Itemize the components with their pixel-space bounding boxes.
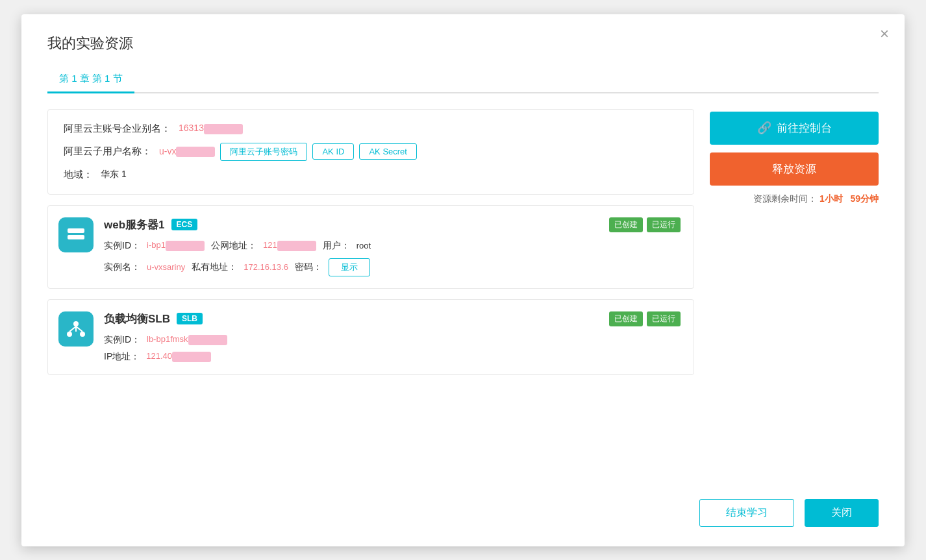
svg-line-8 <box>76 326 82 332</box>
ecs-instance-id-value: i-bp1 <box>147 240 205 251</box>
time-remaining: 资源剩余时间： 1小时 59分钟 <box>710 193 879 205</box>
ecs-user-label: 用户： <box>323 240 350 252</box>
content-area: 阿里云主账号企业别名： 16313 阿里云子用户名称： u-vx 阿里云子账号密… <box>47 109 879 385</box>
ecs-public-ip-label: 公网地址： <box>211 240 257 252</box>
close-icon[interactable]: × <box>880 26 889 42</box>
ecs-show-password-btn[interactable]: 显示 <box>329 258 370 276</box>
slb-instance-id-label: 实例ID： <box>104 334 140 346</box>
time-minutes: 59分钟 <box>850 193 879 204</box>
ecs-icon-svg <box>66 225 86 245</box>
slb-badge: SLB <box>177 313 203 324</box>
link-icon: 🔗 <box>757 121 771 135</box>
tabs-bar: 第 1 章 第 1 节 <box>47 66 879 93</box>
slb-body: 负载均衡SLB SLB 已创建 已运行 实例ID： lb-bp1fmsk IP地… <box>104 311 681 363</box>
dialog-title: 我的实验资源 <box>47 34 879 53</box>
username-label: 阿里云子用户名称： <box>64 145 151 158</box>
ecs-status-created: 已创建 <box>609 217 643 232</box>
ecs-status-running: 已运行 <box>647 217 681 232</box>
enterprise-alias-label: 阿里云主账号企业别名： <box>64 123 171 135</box>
ecs-user-value: root <box>357 241 371 250</box>
slb-resource-card: 负载均衡SLB SLB 已创建 已运行 实例ID： lb-bp1fmsk IP地… <box>47 299 694 375</box>
slb-title-row: 负载均衡SLB SLB 已创建 已运行 <box>104 311 681 326</box>
ecs-badge: ECS <box>171 219 198 230</box>
footer-bar: 结束学习 关闭 <box>699 499 879 527</box>
region-label: 地域： <box>64 169 93 181</box>
ecs-public-ip-value: 121 <box>263 240 316 251</box>
btn-release-resource[interactable]: 释放资源 <box>710 152 879 186</box>
svg-point-2 <box>81 230 83 232</box>
region-row: 地域： 华东 1 <box>64 169 678 181</box>
dialog: 我的实验资源 × 第 1 章 第 1 节 阿里云主账号企业别名： 16313 阿… <box>21 14 905 546</box>
region-value: 华东 1 <box>101 169 127 180</box>
enterprise-alias-value: 16313 <box>179 123 243 134</box>
username-row: 阿里云子用户名称： u-vx 阿里云子账号密码 AK ID AK Secret <box>64 143 678 161</box>
btn-ak-id[interactable]: AK ID <box>312 143 354 160</box>
slb-icon-svg <box>66 319 86 339</box>
slb-icon <box>58 311 94 347</box>
ecs-icon <box>58 217 94 252</box>
left-panel: 阿里云主账号企业别名： 16313 阿里云子用户名称： u-vx 阿里云子账号密… <box>47 109 694 385</box>
slb-name: 负载均衡SLB <box>104 311 170 326</box>
tab-chapter1[interactable]: 第 1 章 第 1 节 <box>47 66 134 93</box>
ecs-instance-name-label: 实例名： <box>104 262 140 273</box>
slb-ip-label: IP地址： <box>104 351 140 363</box>
slb-status-badges: 已创建 已运行 <box>609 311 681 326</box>
time-hours: 1小时 <box>820 193 843 204</box>
ecs-name: web服务器1 <box>104 217 165 232</box>
ecs-status-badges: 已创建 已运行 <box>609 217 681 232</box>
btn-goto-console[interactable]: 🔗 前往控制台 <box>710 112 879 145</box>
ecs-instance-name-value: u-vxsariny <box>147 262 185 272</box>
btn-sub-account-password[interactable]: 阿里云子账号密码 <box>220 143 307 161</box>
slb-instance-id-value: lb-bp1fmsk <box>147 334 227 345</box>
btn-goto-console-label: 前往控制台 <box>777 121 832 136</box>
svg-point-6 <box>80 332 85 337</box>
blurred-enterprise-alias <box>204 124 243 134</box>
slb-ip-value: 121.40 <box>146 351 211 362</box>
right-panel: 🔗 前往控制台 释放资源 资源剩余时间： 1小时 59分钟 <box>710 109 879 385</box>
ecs-body: web服务器1 ECS 已创建 已运行 实例ID： i-bp1 公网地址： 12… <box>104 217 681 276</box>
ecs-private-ip-label: 私有地址： <box>192 262 237 273</box>
ecs-resource-card: web服务器1 ECS 已创建 已运行 实例ID： i-bp1 公网地址： 12… <box>47 205 694 289</box>
ecs-private-ip-value: 172.16.13.6 <box>244 262 288 272</box>
ecs-title-row: web服务器1 ECS 已创建 已运行 <box>104 217 681 232</box>
time-remaining-label: 资源剩余时间： <box>753 193 817 204</box>
ecs-instance-id-label: 实例ID： <box>104 240 140 252</box>
slb-status-running: 已运行 <box>647 311 681 326</box>
ecs-password-label: 密码： <box>295 262 322 273</box>
blurred-username <box>176 147 215 157</box>
svg-point-3 <box>81 236 83 238</box>
btn-ak-secret[interactable]: AK Secret <box>359 143 417 160</box>
svg-point-5 <box>67 332 72 337</box>
username-value: u-vx <box>159 146 215 157</box>
account-info-card: 阿里云主账号企业别名： 16313 阿里云子用户名称： u-vx 阿里云子账号密… <box>47 109 694 195</box>
svg-line-7 <box>69 326 76 332</box>
btn-end-study[interactable]: 结束学习 <box>699 499 794 527</box>
svg-point-4 <box>73 321 79 326</box>
slb-status-created: 已创建 <box>609 311 643 326</box>
btn-close[interactable]: 关闭 <box>805 499 879 527</box>
enterprise-alias-row: 阿里云主账号企业别名： 16313 <box>64 123 678 135</box>
